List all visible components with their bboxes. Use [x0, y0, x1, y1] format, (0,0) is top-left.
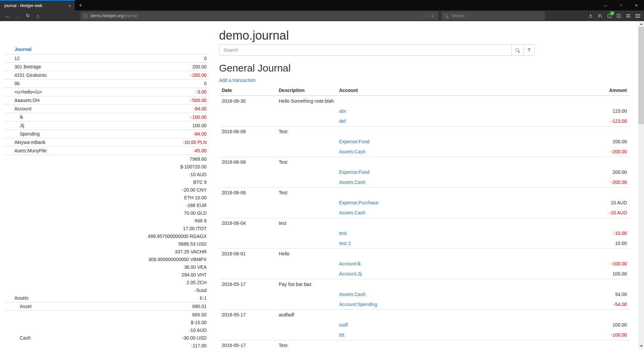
sidebar-account-row: 70.00 GLD: [4, 209, 207, 217]
tab-close-icon[interactable]: ×: [67, 3, 72, 8]
transaction-row[interactable]: 2018-05-17asdfadf: [219, 310, 630, 320]
sidebar-account-row: 337.26 VACHR: [4, 248, 207, 256]
transaction-row[interactable]: 2018-06-04test: [219, 218, 630, 228]
sidebar-account-balance: 7989.60: [190, 155, 207, 163]
transaction-group: 2018-06-01HelloAccount:lk-100.00Account:…: [219, 248, 630, 279]
transaction-description: Hello: [276, 249, 562, 259]
posting-account-link[interactable]: Assets:Cash: [336, 289, 562, 299]
browser-tab-journal[interactable]: journal - hledger-web ×: [0, 0, 75, 10]
search-help-button[interactable]: ?: [523, 44, 535, 56]
sidebar-account-name[interactable]: 12: [4, 54, 20, 62]
window-maximize-button[interactable]: □: [613, 0, 629, 10]
transaction-row[interactable]: 2018-06-08Test: [219, 127, 630, 137]
sidebar-account-row: 7989.60: [4, 155, 207, 163]
journal-table-body: 2018-06-30Hello Something note:blahabc12…: [219, 96, 630, 349]
apps-grid-icon: [626, 13, 631, 18]
posting-amount: -200.00: [562, 177, 630, 187]
sidebar-account-name[interactable]: Asset: [4, 302, 32, 310]
downloads-button[interactable]: [586, 11, 595, 20]
sidebar-account-balance: -45.00: [193, 147, 207, 155]
transaction-row[interactable]: 2018-05-17Test: [219, 340, 630, 349]
posting-account-link[interactable]: Expense:Food: [336, 167, 562, 177]
column-header-account: Account: [336, 85, 562, 95]
sidebar-account-name[interactable]: Spending: [4, 130, 40, 138]
sidebar-account-name[interactable]: Account: [4, 105, 32, 113]
url-bar[interactable]: demo.hledger.org/journal ··· ☆: [80, 11, 438, 20]
extension-button[interactable]: 0: [605, 11, 614, 20]
posting-account-link[interactable]: test 2: [336, 238, 562, 248]
posting-row: ssdf100.00: [219, 320, 630, 330]
sidebar-account-name[interactable]: Aktywa:mBank: [4, 138, 46, 146]
new-tab-button[interactable]: +: [75, 0, 86, 10]
forward-button[interactable]: →: [13, 11, 23, 20]
transaction-row[interactable]: 2018-05-17Pay foo bar baz: [219, 279, 630, 289]
posting-account-link[interactable]: Account:Spending: [336, 299, 562, 309]
sidebar-toggle-button[interactable]: [614, 11, 623, 20]
sidebar-account-row: -117.00: [4, 342, 207, 349]
posting-row: Assets:Cash-200.00: [219, 147, 630, 157]
posting-account-link[interactable]: ssdf: [336, 320, 562, 330]
transaction-row[interactable]: 2018-06-01Hello: [219, 249, 630, 259]
bookmark-star-icon[interactable]: ☆: [430, 13, 436, 18]
browser-search-field[interactable]: Search: [441, 11, 545, 20]
sidebar-account-balance: 100.00: [192, 121, 207, 130]
posting-row: Account:Spending-54.00: [219, 299, 630, 309]
tab-title: journal - hledger-web: [4, 3, 67, 8]
posting-account-link[interactable]: tttt: [336, 330, 562, 340]
sidebar-account-row: 309.950000000000 VBMPX: [4, 256, 207, 263]
sidebar-account-name[interactable]: Jij: [4, 121, 24, 130]
posting-account-link[interactable]: Assets:Cash: [336, 208, 562, 218]
posting-account-link[interactable]: test: [336, 228, 562, 238]
sidebar-account-name[interactable]: Asets:MunyPile: [4, 147, 47, 155]
add-transaction-link[interactable]: Add a transaction: [219, 78, 256, 83]
reload-button[interactable]: ↻: [23, 11, 33, 20]
transaction-date: 2018-06-08: [219, 157, 276, 167]
journal-search-button[interactable]: [511, 44, 524, 56]
sidebar-account-balance: 200.00: [192, 63, 207, 71]
posting-row: tttt-100.00: [219, 330, 630, 340]
back-button[interactable]: ←: [3, 11, 13, 20]
scrollbar-up-arrow[interactable]: [638, 21, 644, 27]
posting-account-link[interactable]: def: [336, 116, 562, 126]
posting-account-link[interactable]: Expense:Food: [336, 137, 562, 147]
transaction-description: asdfadf: [276, 310, 562, 320]
site-info-icon[interactable]: [83, 14, 88, 18]
window-close-button[interactable]: ×: [629, 0, 644, 10]
menu-button[interactable]: [633, 11, 642, 20]
home-button[interactable]: ⌂: [33, 11, 43, 20]
transaction-row[interactable]: 2018-06-06Test: [219, 188, 630, 198]
transaction-row[interactable]: 2018-06-30Hello Something note:blah: [219, 96, 630, 106]
apps-button[interactable]: [624, 11, 633, 20]
page-actions-icon[interactable]: ···: [419, 13, 430, 18]
transaction-group: 2018-06-04testtest-10.00test 210.00: [219, 218, 630, 248]
sidebar-tab-journal[interactable]: Journal: [4, 45, 207, 54]
page-content: Journal 120301 Beiträge200.004101 Giroko…: [0, 21, 638, 349]
posting-account-link[interactable]: Assets:Cash: [336, 177, 562, 187]
scrollbar-thumb[interactable]: [638, 27, 644, 124]
journal-search-input[interactable]: [219, 44, 512, 56]
sidebar-account-name[interactable]: Assets: [4, 294, 29, 302]
sidebar-account-name[interactable]: 95: [4, 80, 20, 88]
sidebar-account-name[interactable]: <u>hello</u>: [4, 88, 42, 96]
toolbar-icons: 0: [586, 11, 642, 20]
transaction-date: 2018-06-04: [219, 218, 276, 228]
posting-account-link[interactable]: Assets:Cash: [336, 147, 562, 157]
sidebar-icon: [616, 13, 622, 18]
library-button[interactable]: [596, 11, 604, 20]
transaction-description: test: [276, 218, 562, 228]
scrollbar-down-arrow[interactable]: [638, 343, 644, 349]
transaction-row[interactable]: 2018-06-08Test: [219, 157, 630, 167]
posting-account-link[interactable]: abc: [336, 106, 562, 116]
window-minimize-button[interactable]: —: [598, 0, 613, 10]
sidebar-account-name[interactable]: Cash: [4, 334, 31, 342]
sidebar-account-name[interactable]: 301 Beiträge: [4, 63, 41, 71]
posting-account-link[interactable]: Expense:Purchase: [336, 198, 562, 208]
posting-account-link[interactable]: Account:lk: [336, 259, 562, 269]
sidebar-account-name[interactable]: Aaasets:DH: [4, 96, 40, 104]
vertical-scrollbar[interactable]: [638, 21, 644, 349]
sidebar-account-name[interactable]: 4101 Girokonto: [4, 71, 47, 79]
sidebar-account-row: 294.00 VHT: [4, 271, 207, 279]
sidebar-account-row: 17.00 ITOT: [4, 225, 207, 233]
sidebar-account-name[interactable]: lk: [4, 113, 23, 121]
posting-account-link[interactable]: Account:Jij: [336, 269, 562, 279]
